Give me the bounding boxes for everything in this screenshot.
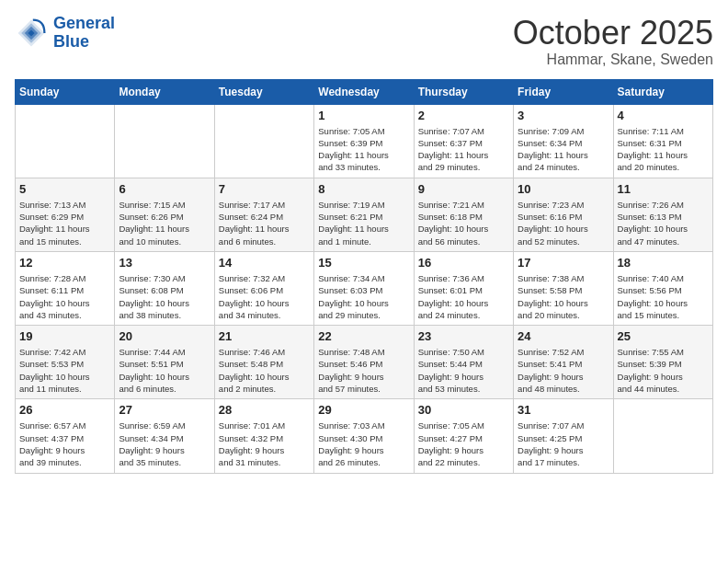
calendar-cell: 2Sunrise: 7:07 AM Sunset: 6:37 PM Daylig…	[414, 104, 513, 178]
day-header-friday: Friday	[514, 79, 613, 104]
day-info: Sunrise: 7:09 AM Sunset: 6:34 PM Dayligh…	[518, 125, 609, 174]
calendar-cell: 4Sunrise: 7:11 AM Sunset: 6:31 PM Daylig…	[613, 104, 712, 178]
day-number: 7	[219, 182, 310, 196]
week-row-1: 1Sunrise: 7:05 AM Sunset: 6:39 PM Daylig…	[16, 104, 713, 178]
day-info: Sunrise: 7:19 AM Sunset: 6:21 PM Dayligh…	[318, 199, 409, 247]
day-info: Sunrise: 7:55 AM Sunset: 5:39 PM Dayligh…	[618, 346, 709, 395]
day-number: 5	[19, 182, 110, 196]
calendar-cell: 30Sunrise: 7:05 AM Sunset: 4:27 PM Dayli…	[414, 399, 513, 473]
calendar-cell: 26Sunrise: 6:57 AM Sunset: 4:37 PM Dayli…	[16, 399, 115, 473]
day-info: Sunrise: 7:42 AM Sunset: 5:53 PM Dayligh…	[19, 346, 110, 395]
days-header-row: SundayMondayTuesdayWednesdayThursdayFrid…	[16, 79, 713, 104]
calendar-cell: 15Sunrise: 7:34 AM Sunset: 6:03 PM Dayli…	[314, 251, 414, 325]
calendar-cell: 8Sunrise: 7:19 AM Sunset: 6:21 PM Daylig…	[314, 178, 414, 251]
calendar-cell	[214, 104, 313, 178]
calendar-cell: 1Sunrise: 7:05 AM Sunset: 6:39 PM Daylig…	[314, 104, 414, 178]
page-header: General Blue October 2025 Hammar, Skane,…	[15, 15, 713, 68]
calendar-cell: 10Sunrise: 7:23 AM Sunset: 6:16 PM Dayli…	[514, 178, 613, 251]
day-number: 2	[418, 109, 509, 122]
day-info: Sunrise: 7:05 AM Sunset: 6:39 PM Dayligh…	[318, 125, 409, 174]
calendar-cell: 23Sunrise: 7:50 AM Sunset: 5:44 PM Dayli…	[414, 326, 513, 399]
calendar-cell: 22Sunrise: 7:48 AM Sunset: 5:46 PM Dayli…	[314, 326, 414, 399]
calendar-cell: 14Sunrise: 7:32 AM Sunset: 6:06 PM Dayli…	[214, 251, 313, 325]
day-info: Sunrise: 6:59 AM Sunset: 4:34 PM Dayligh…	[119, 419, 210, 468]
day-number: 29	[318, 403, 409, 417]
day-number: 31	[518, 403, 609, 417]
calendar-cell	[613, 399, 712, 473]
day-number: 10	[518, 182, 609, 196]
day-number: 22	[318, 329, 409, 343]
day-info: Sunrise: 7:40 AM Sunset: 5:56 PM Dayligh…	[618, 272, 709, 321]
calendar-cell	[16, 104, 115, 178]
day-number: 13	[119, 256, 210, 270]
day-info: Sunrise: 6:57 AM Sunset: 4:37 PM Dayligh…	[19, 419, 110, 468]
day-info: Sunrise: 7:32 AM Sunset: 6:06 PM Dayligh…	[219, 272, 310, 321]
day-info: Sunrise: 7:21 AM Sunset: 6:18 PM Dayligh…	[418, 199, 509, 247]
calendar-cell: 16Sunrise: 7:36 AM Sunset: 6:01 PM Dayli…	[414, 251, 513, 325]
day-number: 25	[618, 329, 709, 343]
day-info: Sunrise: 7:36 AM Sunset: 6:01 PM Dayligh…	[418, 272, 509, 321]
day-number: 16	[418, 256, 509, 270]
day-number: 6	[119, 182, 210, 196]
day-header-wednesday: Wednesday	[314, 79, 414, 104]
day-number: 15	[318, 256, 409, 270]
day-info: Sunrise: 7:11 AM Sunset: 6:31 PM Dayligh…	[618, 125, 709, 174]
day-info: Sunrise: 7:01 AM Sunset: 4:32 PM Dayligh…	[219, 419, 310, 468]
day-info: Sunrise: 7:28 AM Sunset: 6:11 PM Dayligh…	[19, 272, 110, 321]
calendar-cell: 25Sunrise: 7:55 AM Sunset: 5:39 PM Dayli…	[613, 326, 712, 399]
calendar-cell: 12Sunrise: 7:28 AM Sunset: 6:11 PM Dayli…	[16, 251, 115, 325]
day-number: 24	[518, 329, 609, 343]
day-info: Sunrise: 7:30 AM Sunset: 6:08 PM Dayligh…	[119, 272, 210, 321]
day-info: Sunrise: 7:05 AM Sunset: 4:27 PM Dayligh…	[418, 419, 509, 468]
day-number: 21	[219, 329, 310, 343]
month-title: October 2025	[513, 15, 713, 52]
title-block: October 2025 Hammar, Skane, Sweden	[513, 15, 713, 68]
calendar-cell: 20Sunrise: 7:44 AM Sunset: 5:51 PM Dayli…	[115, 326, 214, 399]
calendar-cell: 6Sunrise: 7:15 AM Sunset: 6:26 PM Daylig…	[115, 178, 214, 251]
calendar-cell: 7Sunrise: 7:17 AM Sunset: 6:24 PM Daylig…	[214, 178, 313, 251]
day-info: Sunrise: 7:07 AM Sunset: 6:37 PM Dayligh…	[418, 125, 509, 174]
day-number: 17	[518, 256, 609, 270]
day-info: Sunrise: 7:46 AM Sunset: 5:48 PM Dayligh…	[219, 346, 310, 395]
calendar-cell: 3Sunrise: 7:09 AM Sunset: 6:34 PM Daylig…	[514, 104, 613, 178]
day-info: Sunrise: 7:13 AM Sunset: 6:29 PM Dayligh…	[19, 199, 110, 247]
week-row-2: 5Sunrise: 7:13 AM Sunset: 6:29 PM Daylig…	[16, 178, 713, 251]
day-number: 28	[219, 403, 310, 417]
week-row-3: 12Sunrise: 7:28 AM Sunset: 6:11 PM Dayli…	[16, 251, 713, 325]
day-number: 27	[119, 403, 210, 417]
logo: General Blue	[15, 15, 115, 52]
logo-icon	[15, 17, 48, 50]
calendar-cell: 17Sunrise: 7:38 AM Sunset: 5:58 PM Dayli…	[514, 251, 613, 325]
day-number: 11	[618, 182, 709, 196]
day-info: Sunrise: 7:23 AM Sunset: 6:16 PM Dayligh…	[518, 199, 609, 247]
day-info: Sunrise: 7:34 AM Sunset: 6:03 PM Dayligh…	[318, 272, 409, 321]
day-info: Sunrise: 7:50 AM Sunset: 5:44 PM Dayligh…	[418, 346, 509, 395]
calendar-cell: 18Sunrise: 7:40 AM Sunset: 5:56 PM Dayli…	[613, 251, 712, 325]
day-info: Sunrise: 7:03 AM Sunset: 4:30 PM Dayligh…	[318, 419, 409, 468]
day-number: 20	[119, 329, 210, 343]
location-subtitle: Hammar, Skane, Sweden	[513, 52, 713, 68]
calendar-cell: 19Sunrise: 7:42 AM Sunset: 5:53 PM Dayli…	[16, 326, 115, 399]
day-info: Sunrise: 7:52 AM Sunset: 5:41 PM Dayligh…	[518, 346, 609, 395]
day-header-sunday: Sunday	[16, 79, 115, 104]
day-info: Sunrise: 7:44 AM Sunset: 5:51 PM Dayligh…	[119, 346, 210, 395]
calendar-cell: 27Sunrise: 6:59 AM Sunset: 4:34 PM Dayli…	[115, 399, 214, 473]
day-number: 19	[19, 329, 110, 343]
calendar-cell: 29Sunrise: 7:03 AM Sunset: 4:30 PM Dayli…	[314, 399, 414, 473]
calendar-cell: 24Sunrise: 7:52 AM Sunset: 5:41 PM Dayli…	[514, 326, 613, 399]
day-number: 14	[219, 256, 310, 270]
day-number: 18	[618, 256, 709, 270]
day-number: 9	[418, 182, 509, 196]
calendar-cell: 5Sunrise: 7:13 AM Sunset: 6:29 PM Daylig…	[16, 178, 115, 251]
day-number: 3	[518, 109, 609, 122]
day-number: 26	[19, 403, 110, 417]
day-number: 12	[19, 256, 110, 270]
logo-text: General Blue	[53, 15, 115, 52]
calendar-cell: 28Sunrise: 7:01 AM Sunset: 4:32 PM Dayli…	[214, 399, 313, 473]
day-number: 4	[618, 109, 709, 122]
day-info: Sunrise: 7:15 AM Sunset: 6:26 PM Dayligh…	[119, 199, 210, 247]
calendar-cell: 11Sunrise: 7:26 AM Sunset: 6:13 PM Dayli…	[613, 178, 712, 251]
week-row-4: 19Sunrise: 7:42 AM Sunset: 5:53 PM Dayli…	[16, 326, 713, 399]
day-number: 1	[318, 109, 409, 122]
calendar-cell: 31Sunrise: 7:07 AM Sunset: 4:25 PM Dayli…	[514, 399, 613, 473]
